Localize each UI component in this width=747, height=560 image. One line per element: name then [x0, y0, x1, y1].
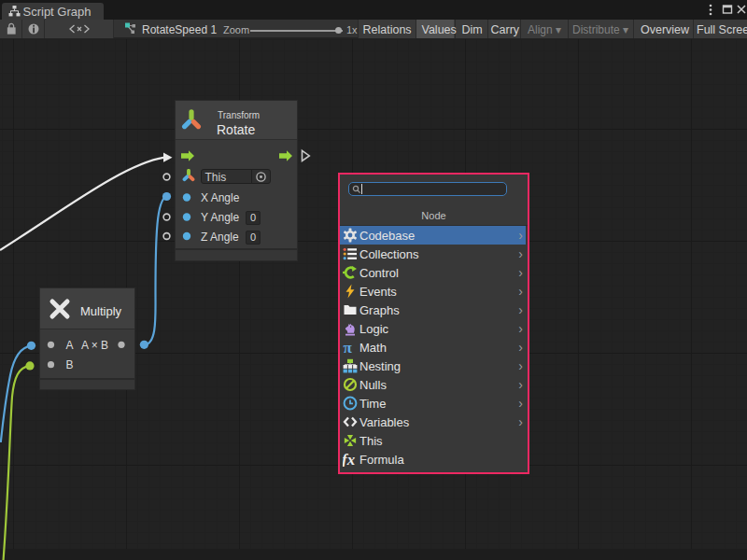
svg-text:fx: fx [343, 452, 356, 467]
svg-text:π: π [344, 340, 353, 355]
